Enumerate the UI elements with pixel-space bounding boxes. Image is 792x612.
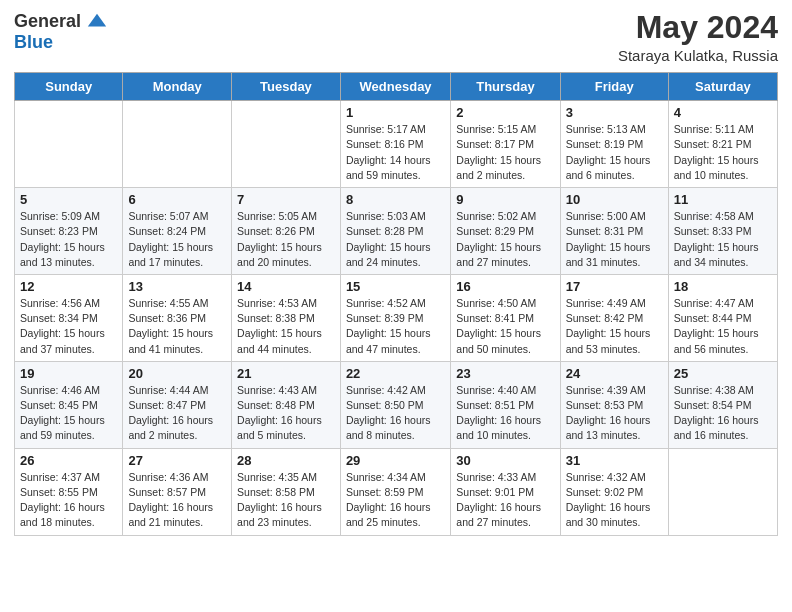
calendar-cell: 13Sunrise: 4:55 AM Sunset: 8:36 PM Dayli… [123,274,232,361]
day-number: 4 [674,105,772,120]
subtitle: Staraya Kulatka, Russia [618,47,778,64]
day-number: 6 [128,192,226,207]
calendar-header-monday: Monday [123,73,232,101]
day-detail: Sunrise: 4:43 AM Sunset: 8:48 PM Dayligh… [237,383,335,444]
calendar-header-row: SundayMondayTuesdayWednesdayThursdayFrid… [15,73,778,101]
day-number: 10 [566,192,663,207]
calendar-week-4: 19Sunrise: 4:46 AM Sunset: 8:45 PM Dayli… [15,361,778,448]
day-detail: Sunrise: 4:34 AM Sunset: 8:59 PM Dayligh… [346,470,445,531]
calendar-cell: 27Sunrise: 4:36 AM Sunset: 8:57 PM Dayli… [123,448,232,535]
day-detail: Sunrise: 5:17 AM Sunset: 8:16 PM Dayligh… [346,122,445,183]
day-detail: Sunrise: 4:32 AM Sunset: 9:02 PM Dayligh… [566,470,663,531]
day-detail: Sunrise: 4:53 AM Sunset: 8:38 PM Dayligh… [237,296,335,357]
calendar-cell: 20Sunrise: 4:44 AM Sunset: 8:47 PM Dayli… [123,361,232,448]
logo-general-text: General [14,11,81,32]
day-number: 1 [346,105,445,120]
day-number: 17 [566,279,663,294]
calendar-cell: 6Sunrise: 5:07 AM Sunset: 8:24 PM Daylig… [123,188,232,275]
day-number: 23 [456,366,554,381]
calendar-cell: 25Sunrise: 4:38 AM Sunset: 8:54 PM Dayli… [668,361,777,448]
calendar-cell: 16Sunrise: 4:50 AM Sunset: 8:41 PM Dayli… [451,274,560,361]
day-detail: Sunrise: 4:42 AM Sunset: 8:50 PM Dayligh… [346,383,445,444]
day-detail: Sunrise: 5:02 AM Sunset: 8:29 PM Dayligh… [456,209,554,270]
calendar-table: SundayMondayTuesdayWednesdayThursdayFrid… [14,72,778,535]
day-detail: Sunrise: 5:07 AM Sunset: 8:24 PM Dayligh… [128,209,226,270]
day-detail: Sunrise: 4:37 AM Sunset: 8:55 PM Dayligh… [20,470,117,531]
day-number: 24 [566,366,663,381]
day-detail: Sunrise: 4:33 AM Sunset: 9:01 PM Dayligh… [456,470,554,531]
day-detail: Sunrise: 4:55 AM Sunset: 8:36 PM Dayligh… [128,296,226,357]
day-number: 11 [674,192,772,207]
day-number: 2 [456,105,554,120]
calendar-cell: 9Sunrise: 5:02 AM Sunset: 8:29 PM Daylig… [451,188,560,275]
calendar-cell: 18Sunrise: 4:47 AM Sunset: 8:44 PM Dayli… [668,274,777,361]
calendar-cell: 15Sunrise: 4:52 AM Sunset: 8:39 PM Dayli… [340,274,450,361]
day-number: 7 [237,192,335,207]
calendar-cell: 26Sunrise: 4:37 AM Sunset: 8:55 PM Dayli… [15,448,123,535]
day-detail: Sunrise: 4:52 AM Sunset: 8:39 PM Dayligh… [346,296,445,357]
day-detail: Sunrise: 4:47 AM Sunset: 8:44 PM Dayligh… [674,296,772,357]
calendar-cell: 31Sunrise: 4:32 AM Sunset: 9:02 PM Dayli… [560,448,668,535]
calendar-cell: 3Sunrise: 5:13 AM Sunset: 8:19 PM Daylig… [560,101,668,188]
day-number: 28 [237,453,335,468]
day-number: 15 [346,279,445,294]
main-title: May 2024 [618,10,778,45]
calendar-cell: 11Sunrise: 4:58 AM Sunset: 8:33 PM Dayli… [668,188,777,275]
calendar-cell: 30Sunrise: 4:33 AM Sunset: 9:01 PM Dayli… [451,448,560,535]
calendar-cell: 29Sunrise: 4:34 AM Sunset: 8:59 PM Dayli… [340,448,450,535]
calendar-cell: 22Sunrise: 4:42 AM Sunset: 8:50 PM Dayli… [340,361,450,448]
logo-blue-text: Blue [14,32,53,53]
header: General Blue May 2024 Staraya Kulatka, R… [14,10,778,64]
calendar-header-friday: Friday [560,73,668,101]
day-detail: Sunrise: 4:38 AM Sunset: 8:54 PM Dayligh… [674,383,772,444]
day-number: 31 [566,453,663,468]
calendar-week-3: 12Sunrise: 4:56 AM Sunset: 8:34 PM Dayli… [15,274,778,361]
calendar-header-saturday: Saturday [668,73,777,101]
calendar-cell: 7Sunrise: 5:05 AM Sunset: 8:26 PM Daylig… [232,188,341,275]
day-number: 21 [237,366,335,381]
day-detail: Sunrise: 5:15 AM Sunset: 8:17 PM Dayligh… [456,122,554,183]
calendar-header-sunday: Sunday [15,73,123,101]
calendar-cell [15,101,123,188]
day-detail: Sunrise: 4:40 AM Sunset: 8:51 PM Dayligh… [456,383,554,444]
day-detail: Sunrise: 4:46 AM Sunset: 8:45 PM Dayligh… [20,383,117,444]
day-detail: Sunrise: 5:13 AM Sunset: 8:19 PM Dayligh… [566,122,663,183]
logo: General Blue [14,10,108,53]
calendar-cell: 12Sunrise: 4:56 AM Sunset: 8:34 PM Dayli… [15,274,123,361]
calendar-cell: 24Sunrise: 4:39 AM Sunset: 8:53 PM Dayli… [560,361,668,448]
calendar-cell: 17Sunrise: 4:49 AM Sunset: 8:42 PM Dayli… [560,274,668,361]
day-number: 13 [128,279,226,294]
day-detail: Sunrise: 4:50 AM Sunset: 8:41 PM Dayligh… [456,296,554,357]
day-number: 25 [674,366,772,381]
day-detail: Sunrise: 5:11 AM Sunset: 8:21 PM Dayligh… [674,122,772,183]
day-number: 16 [456,279,554,294]
day-number: 9 [456,192,554,207]
day-number: 12 [20,279,117,294]
calendar-cell: 23Sunrise: 4:40 AM Sunset: 8:51 PM Dayli… [451,361,560,448]
day-number: 5 [20,192,117,207]
calendar-cell: 21Sunrise: 4:43 AM Sunset: 8:48 PM Dayli… [232,361,341,448]
calendar-cell: 28Sunrise: 4:35 AM Sunset: 8:58 PM Dayli… [232,448,341,535]
day-detail: Sunrise: 4:44 AM Sunset: 8:47 PM Dayligh… [128,383,226,444]
day-number: 8 [346,192,445,207]
day-number: 30 [456,453,554,468]
day-number: 27 [128,453,226,468]
day-number: 18 [674,279,772,294]
calendar-cell: 14Sunrise: 4:53 AM Sunset: 8:38 PM Dayli… [232,274,341,361]
calendar-cell: 8Sunrise: 5:03 AM Sunset: 8:28 PM Daylig… [340,188,450,275]
title-block: May 2024 Staraya Kulatka, Russia [618,10,778,64]
calendar-cell [668,448,777,535]
calendar-cell: 4Sunrise: 5:11 AM Sunset: 8:21 PM Daylig… [668,101,777,188]
day-detail: Sunrise: 5:09 AM Sunset: 8:23 PM Dayligh… [20,209,117,270]
day-number: 3 [566,105,663,120]
day-detail: Sunrise: 5:05 AM Sunset: 8:26 PM Dayligh… [237,209,335,270]
calendar-week-1: 1Sunrise: 5:17 AM Sunset: 8:16 PM Daylig… [15,101,778,188]
day-number: 26 [20,453,117,468]
calendar-cell: 5Sunrise: 5:09 AM Sunset: 8:23 PM Daylig… [15,188,123,275]
svg-marker-0 [88,14,106,27]
calendar-cell: 2Sunrise: 5:15 AM Sunset: 8:17 PM Daylig… [451,101,560,188]
day-detail: Sunrise: 4:36 AM Sunset: 8:57 PM Dayligh… [128,470,226,531]
calendar-header-tuesday: Tuesday [232,73,341,101]
calendar-cell: 10Sunrise: 5:00 AM Sunset: 8:31 PM Dayli… [560,188,668,275]
calendar-cell [123,101,232,188]
